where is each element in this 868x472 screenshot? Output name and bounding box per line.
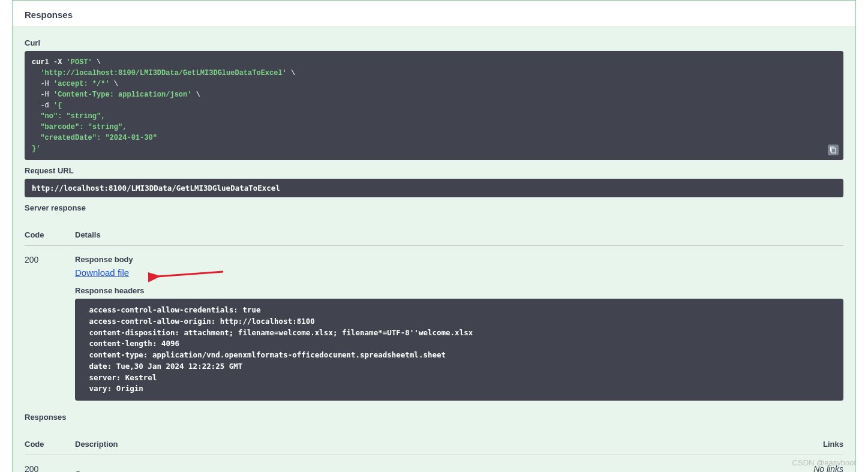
curl-label: Curl <box>25 38 843 47</box>
server-response-row: 200 Response body Download file Response… <box>25 246 843 401</box>
column-header-links: Links <box>807 440 843 449</box>
request-url-label: Request URL <box>25 166 843 175</box>
curl-header-accept: 'accept: */*' <box>53 80 110 88</box>
column-header-description: Description <box>75 440 807 449</box>
responses-list-section: Responses Code Description Links 200 Suc… <box>25 413 843 472</box>
column-header-details: Details <box>75 230 843 239</box>
status-code: 200 <box>25 255 75 264</box>
copy-icon[interactable] <box>828 145 839 155</box>
success-text: Success <box>75 464 801 472</box>
response-body-label: Response body <box>75 255 843 264</box>
responses-list-label: Responses <box>25 413 843 422</box>
curl-header-content-type: 'Content-Type: application/json' <box>53 91 191 99</box>
curl-block: curl -X 'POST' \ 'http://localhost:8100/… <box>25 51 843 160</box>
annotation-arrow-icon <box>148 266 226 284</box>
curl-cmd: curl -X <box>32 58 67 67</box>
download-file-link[interactable]: Download file <box>75 267 129 278</box>
request-url-value: http://localhost:8100/LMI3DData/GetLMI3D… <box>25 179 843 197</box>
curl-url: 'http://localhost:8100/LMI3DData/GetLMI3… <box>40 69 286 77</box>
watermark: CSDN @easyboot <box>792 458 856 467</box>
curl-method: 'POST' <box>67 58 92 67</box>
column-header-code: Code <box>25 230 75 239</box>
swagger-responses-panel: Responses Curl curl -X 'POST' \ 'http://… <box>12 0 856 472</box>
column-header-code: Code <box>25 440 75 449</box>
response-details: Response body Download file Response hea… <box>75 255 843 401</box>
status-code: 200 <box>25 464 75 472</box>
server-response-header-row: Code Details <box>25 224 843 246</box>
response-headers-block: access-control-allow-credentials: true a… <box>75 299 843 401</box>
responses-content: Curl curl -X 'POST' \ 'http://localhost:… <box>13 26 855 472</box>
responses-header-bar: Responses <box>13 1 855 26</box>
responses-title: Responses <box>25 10 843 20</box>
response-description: Success <box>75 464 801 472</box>
responses-list-header-row: Code Description Links <box>25 434 843 455</box>
server-response-label: Server response <box>25 203 843 212</box>
responses-list-row: 200 Success No links <box>25 455 843 472</box>
response-headers-label: Response headers <box>75 286 843 295</box>
svg-line-1 <box>157 272 223 276</box>
